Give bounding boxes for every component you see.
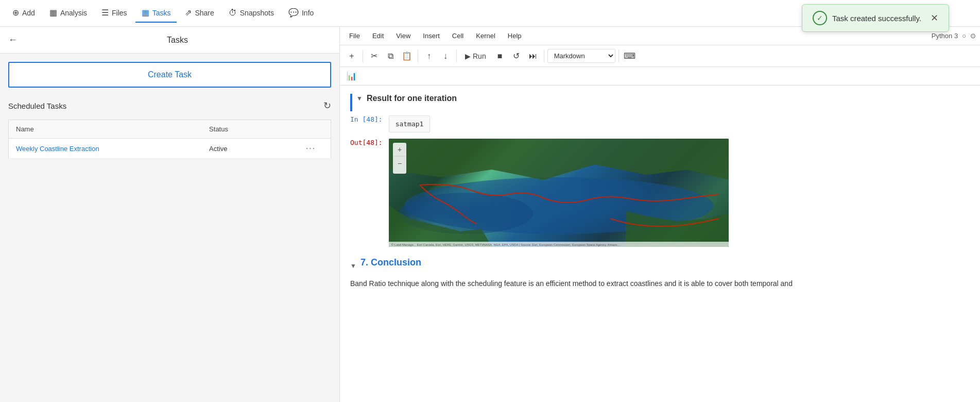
conclusion-section: ▼ 7. Conclusion Band Ratio technique alo…	[350, 257, 970, 289]
notebook-panel: File Edit View Insert Cell Kernel Help P…	[340, 27, 980, 402]
nav-item-analysis[interactable]: ▦ Analysis	[43, 4, 93, 23]
map-visualization: + − © Land Manage... Esri Canada, Esri, …	[389, 139, 729, 247]
nav-item-share[interactable]: ⇗ Share	[179, 4, 220, 23]
menu-insert[interactable]: Insert	[418, 30, 445, 42]
toolbar-separator-1	[363, 50, 363, 62]
sidebar-header: ← Tasks	[0, 27, 339, 54]
paste-button[interactable]: 📋	[399, 48, 415, 64]
menu-view[interactable]: View	[391, 30, 416, 42]
toolbar-separator-3	[456, 50, 457, 62]
menu-kernel[interactable]: Kernel	[471, 30, 501, 42]
tasks-icon: ▦	[142, 8, 149, 18]
collapse-arrow-icon[interactable]: ▼	[356, 95, 363, 102]
kernel-status: Python 3 ○ ⊙	[932, 32, 976, 40]
nav-item-analysis-label: Analysis	[60, 9, 87, 17]
toolbar-separator-2	[418, 50, 418, 62]
nav-item-add[interactable]: ⊕ Add	[6, 4, 41, 23]
svg-text:+: +	[398, 145, 402, 154]
code-input-48[interactable]: satmap1	[389, 115, 431, 132]
svg-text:−: −	[398, 159, 402, 167]
python-version: Python 3	[932, 32, 958, 40]
map-coastline-svg: + − © Land Manage... Esri Canada, Esri, …	[389, 139, 729, 247]
out-prompt-48: Out[48]:	[350, 139, 383, 146]
conclusion-text: Band Ratio technique along with the sche…	[350, 278, 970, 289]
column-header-status: Status	[202, 120, 299, 139]
svg-marker-2	[389, 139, 729, 180]
result-section-title: Result for one iteration	[367, 94, 457, 103]
nav-item-files-label: Files	[112, 9, 127, 17]
move-down-button[interactable]: ↓	[438, 48, 453, 64]
share-icon: ⇗	[185, 8, 192, 18]
nav-item-info-label: Info	[302, 9, 314, 17]
task-status: Active	[202, 139, 299, 159]
back-button[interactable]: ←	[8, 35, 18, 45]
toolbar-separator-4	[544, 50, 544, 62]
kernel-circle-icon: ○	[962, 32, 966, 40]
success-notification: ✓ Task created successfully. ✕	[802, 4, 949, 32]
cell-content: ▼ Result for one iteration	[356, 94, 970, 111]
notebook-extra-toolbar: 📊	[340, 67, 980, 86]
success-check-icon: ✓	[813, 11, 827, 25]
keyboard-button[interactable]: ⌨	[622, 48, 638, 64]
notification-close-button[interactable]: ✕	[931, 12, 938, 24]
refresh-button[interactable]: ↻	[323, 100, 331, 111]
in-prompt-48: In [48]:	[350, 115, 383, 123]
table-header-row: Name Status	[9, 120, 331, 139]
copy-button[interactable]: ⧉	[383, 48, 398, 64]
run-button[interactable]: ▶ Run	[460, 50, 491, 62]
svg-text:© Land Manage... Esri Canada, : © Land Manage... Esri Canada, Esri, HERE…	[391, 243, 620, 246]
notification-message: Task created successfully.	[832, 14, 921, 23]
cell-type-dropdown[interactable]: Markdown Code Raw NBConvert	[547, 49, 615, 63]
scheduled-tasks-title: Scheduled Tasks	[8, 102, 66, 110]
menu-file[interactable]: File	[344, 30, 365, 42]
create-task-button[interactable]: Create Task	[8, 62, 331, 88]
nav-item-tasks[interactable]: ▦ Tasks	[135, 4, 177, 23]
nav-item-info[interactable]: 💬 Info	[282, 4, 320, 23]
restart-button[interactable]: ↺	[509, 48, 524, 64]
snapshots-icon: ⏱	[229, 8, 237, 18]
fast-forward-button[interactable]: ⏭	[525, 48, 541, 64]
main-content: ← Tasks Create Task Scheduled Tasks ↻ Na…	[0, 27, 980, 402]
conclusion-title: 7. Conclusion	[360, 257, 421, 268]
nav-item-snapshots-label: Snapshots	[240, 9, 274, 17]
table-row: Weekly Coastline Extraction Active ···	[9, 139, 331, 159]
section-header: ▼ Result for one iteration	[356, 94, 970, 103]
sidebar-body: Create Task Scheduled Tasks ↻ Name Statu…	[0, 54, 339, 402]
nav-item-files[interactable]: ☰ Files	[95, 4, 133, 23]
nav-item-snapshots[interactable]: ⏱ Snapshots	[222, 4, 280, 23]
code-cell-48: In [48]: satmap1	[350, 115, 970, 132]
sidebar-title: Tasks	[24, 36, 331, 45]
stop-button[interactable]: ■	[492, 48, 508, 64]
run-icon: ▶	[465, 52, 471, 60]
menu-edit[interactable]: Edit	[367, 30, 389, 42]
task-name[interactable]: Weekly Coastline Extraction	[9, 139, 202, 159]
sidebar: ← Tasks Create Task Scheduled Tasks ↻ Na…	[0, 27, 340, 402]
nav-item-tasks-label: Tasks	[152, 9, 171, 17]
files-icon: ☰	[101, 8, 109, 18]
result-section-cell: ▼ Result for one iteration	[350, 94, 970, 111]
add-icon: ⊕	[12, 8, 19, 18]
scheduled-tasks-header: Scheduled Tasks ↻	[8, 100, 331, 111]
notebook-toolbar: + ✂ ⧉ 📋 ↑ ↓ ▶ Run ■ ↺ ⏭ Markdown Code Ra…	[340, 45, 980, 67]
column-header-actions	[299, 120, 331, 139]
cell-bar	[350, 94, 352, 111]
toolbar-separator-5	[618, 50, 619, 62]
info-icon: 💬	[288, 8, 299, 18]
output-cell-48: Out[48]:	[350, 139, 970, 247]
kernel-expand-icon: ⊙	[970, 32, 976, 40]
menu-cell[interactable]: Cell	[447, 30, 469, 42]
nav-item-share-label: Share	[195, 9, 214, 17]
nav-item-add-label: Add	[22, 9, 35, 17]
menu-help[interactable]: Help	[503, 30, 527, 42]
cut-button[interactable]: ✂	[366, 48, 382, 64]
column-header-name: Name	[9, 120, 202, 139]
conclusion-collapse-arrow[interactable]: ▼	[350, 262, 356, 270]
move-up-button[interactable]: ↑	[421, 48, 437, 64]
chart-button[interactable]: 📊	[344, 69, 359, 84]
notebook-content: ▼ Result for one iteration In [48]: satm…	[340, 86, 980, 402]
add-cell-button[interactable]: +	[344, 48, 359, 64]
task-actions-button[interactable]: ···	[299, 139, 331, 159]
tasks-table: Name Status Weekly Coastline Extraction …	[8, 120, 331, 159]
analysis-icon: ▦	[49, 8, 57, 18]
run-label: Run	[473, 52, 486, 60]
